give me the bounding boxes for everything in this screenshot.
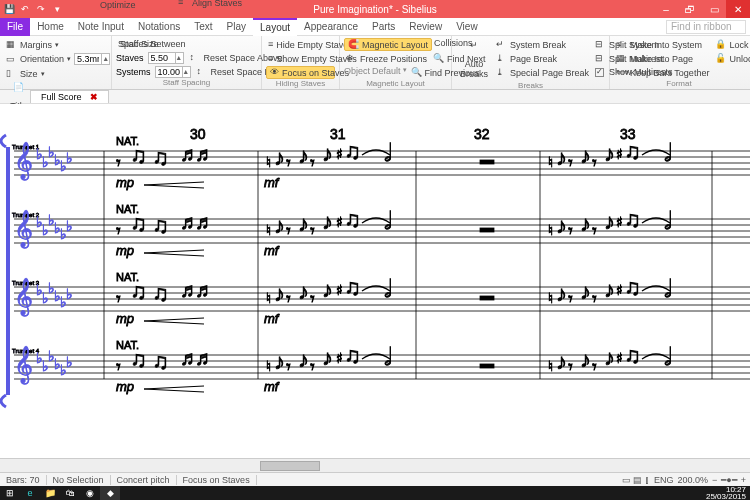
orientation-value[interactable]: ▴	[74, 53, 110, 65]
minimize-button[interactable]: –	[654, 0, 678, 18]
tab-review[interactable]: Review	[402, 18, 449, 36]
zoom-slider[interactable]: ━●━	[721, 475, 736, 485]
tab-notations[interactable]: Notations	[131, 18, 187, 36]
group-format: Format	[614, 79, 744, 88]
reset-above-icon: ↕	[190, 52, 201, 63]
dynamic-mp: mp	[116, 243, 134, 258]
dynamic-mf: mf	[264, 311, 280, 326]
freeze-positions-button[interactable]: ❄Freeze Positions	[344, 52, 429, 65]
tab-text[interactable]: Text	[187, 18, 219, 36]
split-system-icon: ⊟	[595, 39, 606, 50]
size-button[interactable]: ▯Size▾	[4, 67, 112, 80]
object-label: Object	[344, 66, 370, 79]
zoom-in-button[interactable]: +	[741, 475, 746, 485]
unlock-format-button[interactable]: 🔓Unlock Format	[713, 52, 750, 65]
ribbon-tabstrip: File Home Note Input Notations Text Play…	[0, 18, 750, 36]
special-page-break-button[interactable]: ⤓Special Page Break	[494, 66, 591, 79]
tab-file[interactable]: File	[0, 18, 30, 36]
document-tab-close-icon[interactable]: ✖	[90, 92, 98, 102]
focus-icon: 👁	[270, 67, 279, 78]
split-multirest-icon: ⊟	[595, 53, 606, 64]
dynamic-mp: mp	[116, 311, 134, 326]
freeze-icon: ❄	[346, 53, 357, 64]
svg-rect-35	[6, 147, 10, 395]
taskbar-explorer-icon[interactable]: 📁	[40, 486, 60, 500]
systems-spinner[interactable]: ▴	[155, 66, 191, 78]
qat-dropdown-icon[interactable]: ▾	[50, 2, 64, 16]
reset-below-icon: ↕	[197, 66, 208, 77]
maximize-button[interactable]: ▭	[702, 0, 726, 18]
hide-empty-staves-button[interactable]: ≡Hide Empty Staves	[266, 38, 335, 51]
scrollbar-thumb[interactable]	[260, 461, 320, 471]
dynamic-mp: mp	[116, 379, 134, 394]
unlock-icon: 🔓	[715, 53, 726, 64]
window-title: Pure Imagination* - Sibelius	[313, 4, 436, 15]
taskbar-chrome-icon[interactable]: ◉	[80, 486, 100, 500]
spaces-between-label: Spaces Between	[116, 38, 257, 50]
status-focus-staves[interactable]: Focus on Staves	[177, 475, 257, 485]
document-tab-full-score[interactable]: Full Score ✖	[30, 90, 109, 103]
make-into-system-button[interactable]: ≡Make Into System	[614, 38, 711, 51]
tab-home[interactable]: Home	[30, 18, 71, 36]
redo-icon[interactable]: ↷	[34, 2, 48, 16]
optimize-button[interactable]: Optimize	[96, 0, 140, 12]
auto-breaks-button[interactable]: ↵Auto Breaks	[456, 38, 492, 81]
status-concert-pitch[interactable]: Concert pitch	[111, 475, 177, 485]
restore-button[interactable]: 🗗	[678, 0, 702, 18]
tab-parts[interactable]: Parts	[365, 18, 402, 36]
tab-play[interactable]: Play	[220, 18, 253, 36]
undo-icon[interactable]: ↶	[18, 2, 32, 16]
status-view-icons[interactable]: ▭ ▤ ⫿	[622, 475, 650, 485]
status-lang[interactable]: ENG	[654, 475, 674, 485]
dynamic-mp: mp	[116, 175, 134, 190]
staves-spinner[interactable]: ▴	[148, 52, 184, 64]
group-breaks: Breaks	[456, 81, 605, 90]
margins-icon: ▦	[6, 39, 17, 50]
tab-view[interactable]: View	[449, 18, 485, 36]
find-prev-icon: 🔍	[411, 67, 422, 78]
ribbon-search[interactable]: Find in ribbon	[666, 20, 746, 34]
taskbar-clock[interactable]: 10:2725/03/2015	[706, 486, 750, 500]
keep-bars-together-button[interactable]: ⟺Keep Bars Together	[614, 66, 711, 79]
hide-icon: ≡	[268, 39, 273, 50]
music-notation: 𝄞 ♭♭♭ ♭♭♭ 𝄾 ♫ ♫ ♬♬ ♮ ♪ 𝄾 ♪ 𝄾 ♪ ♯ ♫ 𝅗𝅥 ♮ …	[0, 104, 750, 458]
start-button[interactable]: ⊞	[0, 486, 20, 500]
system-break-button[interactable]: ↵System Break	[494, 38, 591, 51]
margins-button[interactable]: ▦Margins▾	[4, 38, 112, 51]
make-into-page-button[interactable]: ▤Make Into Page	[614, 52, 711, 65]
make-system-icon: ≡	[616, 39, 627, 50]
default-label[interactable]: Default	[372, 66, 401, 79]
page-break-button[interactable]: ⤓Page Break	[494, 52, 591, 65]
title-page-icon: 📄	[10, 82, 28, 100]
show-empty-staves-button[interactable]: ≡Show Empty Staves	[266, 52, 335, 65]
bar-number: 32	[474, 126, 490, 142]
bar-number: 30	[190, 126, 206, 142]
taskbar-store-icon[interactable]: 🛍	[60, 486, 80, 500]
status-bars: Bars: 70	[0, 475, 47, 485]
horizontal-scrollbar[interactable]	[0, 458, 750, 472]
find-next-icon: 🔍	[433, 53, 444, 64]
orientation-button[interactable]: ▭Orientation▾ ▴	[4, 52, 112, 66]
tab-appearance[interactable]: Appearance	[297, 18, 365, 36]
status-zoom[interactable]: 200.0%	[678, 475, 709, 485]
auto-breaks-icon: ↵	[465, 40, 483, 58]
group-magnetic-layout: Magnetic Layout	[344, 79, 447, 88]
page-break-icon: ⤓	[496, 53, 507, 64]
close-button[interactable]: ✕	[726, 0, 750, 18]
focus-on-staves-button[interactable]: 👁Focus on Staves	[266, 66, 335, 79]
document-tab-label: Full Score	[41, 92, 82, 102]
zoom-out-button[interactable]: −	[712, 475, 717, 485]
save-icon[interactable]: 💾	[2, 2, 16, 16]
tab-note-input[interactable]: Note Input	[71, 18, 131, 36]
align-staves-button[interactable]: ≡Align Staves	[176, 0, 244, 9]
document-tab-bar: Full Score ✖	[0, 90, 750, 104]
tab-layout[interactable]: Layout	[253, 18, 297, 36]
magnetic-layout-button[interactable]: 🧲Magnetic Layout	[344, 38, 432, 51]
score-view[interactable]: 𝄞 ♭♭♭ ♭♭♭ 𝄾 ♫ ♫ ♬♬ ♮ ♪ 𝄾 ♪ 𝄾 ♪ ♯ ♫ 𝅗𝅥 ♮ …	[0, 104, 750, 458]
show-multirests-checkbox[interactable]	[595, 68, 604, 77]
align-staves-icon: ≡	[178, 0, 189, 8]
taskbar-ie-icon[interactable]: e	[20, 486, 40, 500]
quick-access-toolbar: 💾 ↶ ↷ ▾	[0, 2, 64, 16]
lock-format-button[interactable]: 🔒Lock Format	[713, 38, 750, 51]
taskbar-sibelius-icon[interactable]: ◆	[100, 486, 120, 500]
